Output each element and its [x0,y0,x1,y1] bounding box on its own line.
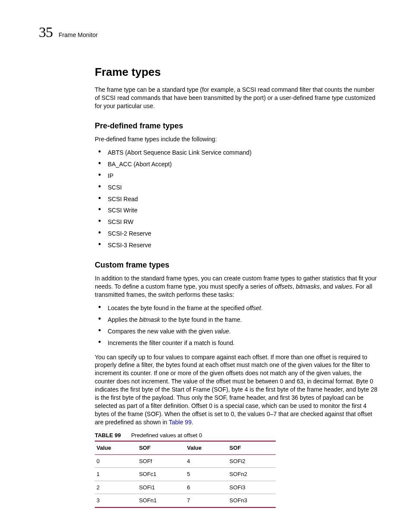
subheading-custom: Custom frame types [95,260,381,270]
text: Applies the [108,316,139,323]
col-header-value: Value [95,441,137,454]
list-item: SCSI Write [95,206,381,215]
cell-sof: SOFi2 [228,454,276,468]
text: , [293,283,296,290]
cell-value: 1 [95,468,137,481]
subheading-predefined: Pre-defined frame types [95,121,381,131]
cell-sof: SOFi1 [137,481,185,494]
term-offsets: offsets [275,283,293,290]
term-value: value [215,328,229,335]
list-item: SCSI-3 Reserve [95,241,381,249]
text: . [192,419,193,426]
term-offset: offset [246,305,261,311]
text: You can specify up to four values to com… [95,354,377,426]
list-item: BA_ACC (Abort Accept) [95,160,381,168]
section-heading-frame-types: Frame types [95,65,381,80]
text: . [229,328,231,335]
table-99-link[interactable]: Table 99 [169,419,192,426]
table-title: Predefined values at offset 0 [131,432,202,439]
text: to the byte found in the frame. [160,316,242,323]
cell-sof: SOFi3 [228,481,276,494]
table-99: Value SOF Value SOF 0 SOFf 4 SOFi2 1 SOF… [95,441,276,508]
cell-value: 6 [185,481,228,494]
term-bitmask: bitmask [139,316,160,323]
content-area: Frame types The frame type can be a stan… [95,65,381,508]
list-item: SCSI [95,184,381,192]
table-row: 3 SOFn1 7 SOFn3 [95,494,276,507]
list-item: Increments the filter counter if a match… [95,339,381,347]
cell-sof: SOFn3 [228,494,276,507]
cell-sof: SOFn1 [137,494,185,507]
running-header: 35 Frame Monitor [39,24,381,40]
custom-paragraph-1: In addition to the standard frame types,… [95,274,381,299]
col-header-sof: SOF [137,441,185,454]
cell-value: 0 [95,454,137,468]
list-item: SCSI-2 Reserve [95,230,381,238]
text: Compares the new value with the given [108,328,215,335]
table-row: 2 SOFi1 6 SOFi3 [95,481,276,494]
predefined-lead: Pre-defined frame types include the foll… [95,135,381,143]
predefined-list: ABTS (Abort Sequence Basic Link Service … [95,149,381,249]
text: . [261,305,263,311]
table-caption: TABLE 99Predefined values at offset 0 [95,432,381,439]
text: Locates the byte found in the frame at t… [108,305,246,311]
list-item: Locates the byte found in the frame at t… [95,304,381,312]
cell-sof: SOFc1 [137,468,185,481]
table-label: TABLE 99 [95,432,121,439]
list-item: SCSI Read [95,195,381,203]
cell-value: 2 [95,481,137,494]
custom-paragraph-2: You can specify up to four values to com… [95,353,381,426]
cell-value: 3 [95,494,137,507]
list-item: SCSI RW [95,218,381,226]
custom-task-list: Locates the byte found in the frame at t… [95,304,381,347]
cell-sof: SOFf [137,454,185,468]
running-title: Frame Monitor [59,31,98,38]
term-values: values [335,283,352,290]
list-item: Applies the bitmask to the byte found in… [95,316,381,324]
intro-paragraph: The frame type can be a standard type (f… [95,86,381,110]
col-header-sof: SOF [228,441,276,454]
col-header-value: Value [185,441,228,454]
table-row: 0 SOFf 4 SOFi2 [95,454,276,468]
table-header-row: Value SOF Value SOF [95,441,276,454]
cell-value: 5 [185,468,228,481]
cell-value: 7 [185,494,228,507]
cell-sof: SOFn2 [228,468,276,481]
chapter-number: 35 [39,24,53,40]
cell-value: 4 [185,454,228,468]
list-item: IP [95,172,381,180]
table-row: 1 SOFc1 5 SOFn2 [95,468,276,481]
text: , and [320,283,335,290]
page: 35 Frame Monitor Frame types The frame t… [0,0,411,532]
term-bitmasks: bitmasks [296,283,320,290]
list-item: Compares the new value with the given va… [95,327,381,336]
list-item: ABTS (Abort Sequence Basic Link Service … [95,149,381,157]
